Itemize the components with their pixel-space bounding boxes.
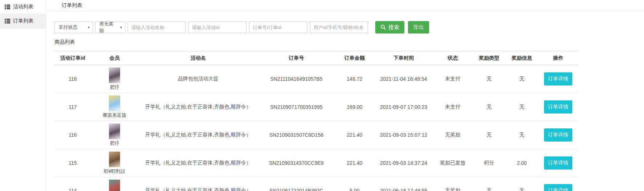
list-icon xyxy=(5,19,10,24)
sidebar-item-order-list[interactable]: 订单列表 xyxy=(0,14,46,28)
order-no-cell: SN21061722014B392C xyxy=(258,177,335,191)
activity-name-cell: 开学礼（礼义之始,在于正容体,齐颜色,顺辞令） xyxy=(138,177,258,191)
search-button-label: 搜索 xyxy=(388,24,399,31)
reward-info-cell: 无 xyxy=(505,121,538,149)
order-id-cell: 115 xyxy=(55,149,91,177)
order-no-cell: SN2109071700351995 xyxy=(258,93,335,121)
order-id-cell: 116 xyxy=(55,121,91,149)
status-cell: 无奖励 xyxy=(433,121,473,149)
user-search-input[interactable] xyxy=(310,21,368,33)
reward-info-cell: 无 xyxy=(505,93,538,121)
sidebar-item-label: 活动列表 xyxy=(13,4,33,10)
search-button[interactable]: 搜索 xyxy=(375,21,404,33)
activity-name-cell: 开学礼（礼义之始,在于正容体,齐颜色,顺辞令） xyxy=(138,149,258,177)
export-button-label: 导出 xyxy=(413,24,424,31)
sidebar: 活动列表 订单列表 xyxy=(0,0,47,191)
reward-type-cell: 无 xyxy=(473,121,505,149)
reward-type-cell: 无 xyxy=(473,65,505,93)
member-avatar xyxy=(109,95,120,111)
col-time: 下单时间 xyxy=(375,51,433,65)
tab-order-list[interactable]: 订单列表 xyxy=(47,0,89,11)
member-name: 覆面系蓝孩 xyxy=(103,112,127,119)
content-area: 支付状态 ▼ 有无奖励 ▼ xyxy=(47,21,644,191)
col-reward-type: 奖励类型 xyxy=(473,51,505,65)
col-actions: 操作 xyxy=(538,51,578,65)
amount-cell: 221.40 xyxy=(335,121,375,149)
reward-type-cell: 无 xyxy=(473,93,505,121)
member-avatar xyxy=(109,151,120,167)
col-member: 会员 xyxy=(91,51,138,65)
member-avatar xyxy=(109,67,120,83)
table-row: 118 肥仔 品牌包包活动大促 SN21110416491057B5 148.7… xyxy=(55,65,578,93)
time-cell: 2021-06-18 17:48:55 xyxy=(375,177,433,191)
sidebar-item-activity-list[interactable]: 活动列表 xyxy=(0,0,46,14)
app-window: 活动列表 订单列表 订单列表 支付状态 ▼ xyxy=(0,0,644,191)
reward-type-cell: 无 xyxy=(473,177,505,191)
time-cell: 2021-09-03 15:07:12 xyxy=(375,121,433,149)
col-status: 状态 xyxy=(433,51,473,65)
order-no-input[interactable] xyxy=(249,21,307,33)
col-amount: 订单金额 xyxy=(335,51,375,65)
reward-info-cell: 无 xyxy=(505,177,538,191)
order-id-cell: 114 xyxy=(55,177,91,191)
export-button[interactable]: 导出 xyxy=(408,21,429,33)
action-cell: 订单详情 xyxy=(538,149,578,177)
reward-info-cell: 2.00 xyxy=(505,149,538,177)
filter-bar: 支付状态 ▼ 有无奖励 ▼ xyxy=(55,21,644,33)
action-cell: 订单详情 xyxy=(538,65,578,93)
list-icon xyxy=(5,4,10,9)
orders-table-wrap: 活动订单id 会员 活动名 订单号 订单金额 下单时间 状态 奖励类型 奖励信息… xyxy=(55,51,644,191)
status-cell: 未支付 xyxy=(433,65,473,93)
status-cell: 未支付 xyxy=(433,93,473,121)
order-no-cell: SN21090314370CC9E8 xyxy=(258,149,335,177)
table-row: 114 carrot 开学礼（礼义之始,在于正容体,齐颜色,顺辞令） SN210… xyxy=(55,177,578,191)
reward-select-value: 有无奖励 xyxy=(99,21,118,34)
time-cell: 2021-09-07 17:00:23 xyxy=(375,93,433,121)
time-cell: 2021-09-03 14:37:24 xyxy=(375,149,433,177)
orders-table: 活动订单id 会员 活动名 订单号 订单金额 下单时间 状态 奖励类型 奖励信息… xyxy=(55,51,578,191)
member-avatar xyxy=(109,179,120,191)
order-detail-button[interactable]: 订单详情 xyxy=(544,100,572,114)
activity-id-input[interactable] xyxy=(188,21,247,33)
amount-cell: 148.72 xyxy=(335,65,375,93)
order-detail-button[interactable]: 订单详情 xyxy=(544,72,572,85)
member-name: 耶¥耶對話 xyxy=(104,168,125,175)
order-id-cell: 117 xyxy=(55,93,91,121)
reward-type-cell: 积分 xyxy=(473,149,505,177)
table-row: 116 肥仔 开学礼（礼义之始,在于正容体,齐颜色,顺辞令） SN2109031… xyxy=(55,121,578,149)
member-avatar xyxy=(109,123,120,139)
reward-info-cell: 无 xyxy=(505,65,538,93)
member-cell: carrot xyxy=(91,177,138,191)
member-name: 肥仔 xyxy=(110,84,119,91)
activity-name-input[interactable] xyxy=(128,21,186,33)
chevron-down-icon: ▼ xyxy=(87,26,90,29)
amount-cell: 221.40 xyxy=(335,149,375,177)
order-detail-button[interactable]: 订单详情 xyxy=(544,156,572,170)
chevron-down-icon: ▼ xyxy=(120,26,123,29)
order-detail-button[interactable]: 订单详情 xyxy=(544,184,572,191)
col-order-id: 活动订单id xyxy=(55,51,91,65)
order-detail-button[interactable]: 订单详情 xyxy=(544,128,572,142)
activity-name-cell: 品牌包包活动大促 xyxy=(138,65,258,93)
col-reward-info: 奖励信息 xyxy=(505,51,538,65)
search-icon xyxy=(380,24,386,30)
col-order-no: 订单号 xyxy=(258,51,335,65)
table-row: 117 覆面系蓝孩 开学礼（礼义之始,在于正容体,齐颜色,顺辞令） SN2109… xyxy=(55,93,578,121)
status-cell: 奖励已发放 xyxy=(433,149,473,177)
action-cell: 订单详情 xyxy=(538,177,578,191)
pay-status-select[interactable]: 支付状态 ▼ xyxy=(55,21,93,33)
action-cell: 订单详情 xyxy=(538,93,578,121)
order-id-cell: 118 xyxy=(55,65,91,93)
table-row: 115 耶¥耶對話 开学礼（礼义之始,在于正容体,齐颜色,顺辞令） SN2109… xyxy=(55,149,578,177)
member-name: 肥仔 xyxy=(110,140,119,147)
order-no-cell: SN21110416491057B5 xyxy=(258,65,335,93)
reward-select[interactable]: 有无奖励 ▼ xyxy=(95,21,125,33)
status-cell: 无奖励 xyxy=(433,177,473,191)
member-cell: 肥仔 xyxy=(91,121,138,149)
table-header-row: 活动订单id 会员 活动名 订单号 订单金额 下单时间 状态 奖励类型 奖励信息… xyxy=(55,51,578,65)
action-cell: 订单详情 xyxy=(538,121,578,149)
sidebar-item-label: 订单列表 xyxy=(13,18,33,24)
time-cell: 2021-11-04 16:49:54 xyxy=(375,65,433,93)
member-cell: 覆面系蓝孩 xyxy=(91,93,138,121)
activity-name-cell: 开学礼（礼义之始,在于正容体,齐颜色,顺辞令） xyxy=(138,121,258,149)
